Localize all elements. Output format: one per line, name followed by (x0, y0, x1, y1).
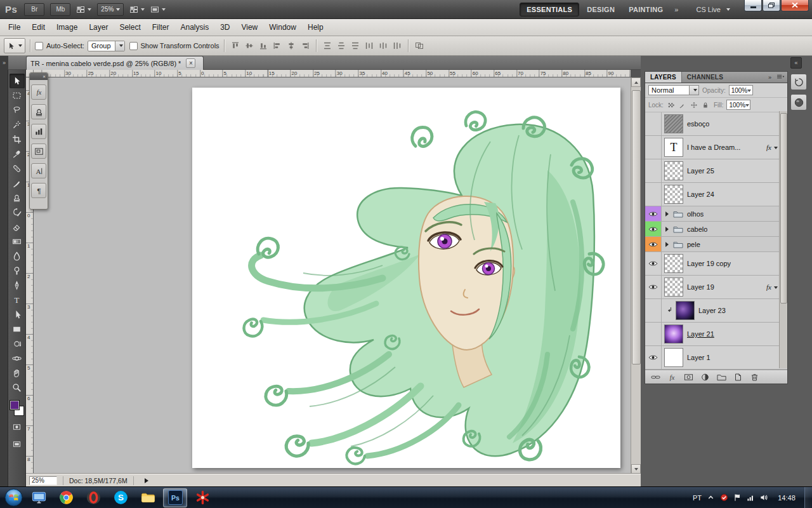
visibility-toggle[interactable] (645, 159, 662, 182)
view-extras-button[interactable] (76, 5, 91, 14)
palette-header[interactable]: × (30, 73, 48, 80)
layer-name[interactable]: Layer 24 (687, 190, 714, 198)
layer-name[interactable]: Layer 19 copy (687, 260, 731, 267)
visibility-toggle[interactable] (645, 237, 662, 251)
align-top-edges-button[interactable] (229, 40, 242, 51)
minimize-button[interactable] (744, 0, 762, 11)
layer-style-button[interactable]: fx (666, 372, 678, 382)
distribute-horizontal-centers-button[interactable] (377, 40, 390, 51)
scrollbar-thumb[interactable] (780, 113, 787, 304)
align-horizontal-centers-button[interactable] (285, 40, 298, 51)
align-left-edges-button[interactable] (271, 40, 284, 51)
menu-file[interactable]: File (3, 20, 26, 35)
zoom-tool[interactable] (10, 380, 25, 395)
network-tray-icon[interactable] (746, 493, 756, 502)
foreground-color-swatch[interactable] (10, 400, 20, 410)
layer-name[interactable]: olhos (687, 210, 704, 218)
layer-row[interactable]: esboço (645, 112, 787, 136)
workspace-overflow-button[interactable]: » (671, 6, 682, 13)
distribute-left-edges-button[interactable] (363, 40, 376, 51)
media-app-button[interactable] (190, 488, 214, 507)
align-bottom-edges-button[interactable] (257, 40, 270, 51)
layer-name[interactable]: esboço (687, 120, 709, 128)
horizontal-ruler[interactable]: 3025201510505101520253035404550556065707… (34, 70, 631, 77)
clone-stamp-tool[interactable] (10, 190, 25, 205)
spot-healing-brush-tool[interactable] (10, 161, 25, 176)
menu-3d[interactable]: 3D (214, 20, 235, 35)
align-vertical-centers-button[interactable] (243, 40, 256, 51)
language-indicator[interactable]: PT (693, 494, 702, 502)
status-zoom-field[interactable]: 25% (29, 476, 57, 485)
workspace-design[interactable]: DESIGN (580, 3, 621, 16)
workspace-painting[interactable]: PAINTING (622, 3, 669, 16)
delete-layer-button[interactable] (749, 372, 760, 382)
screen-mode-button[interactable] (150, 5, 166, 14)
layer-row[interactable]: Layer 24 (645, 183, 787, 206)
hidden-icons-button[interactable] (706, 493, 716, 502)
close-tab-button[interactable]: × (186, 58, 195, 68)
mini-bridge-button[interactable]: Mb (50, 3, 70, 16)
layer-row[interactable]: Layer 25 (645, 159, 787, 183)
move-tool[interactable] (10, 74, 25, 88)
layer-name[interactable]: Layer 21 (687, 330, 714, 338)
character-panel-button[interactable]: A (31, 163, 46, 178)
layer-thumbnail[interactable]: T (664, 138, 683, 157)
chrome-button[interactable] (54, 488, 78, 507)
tab-channels[interactable]: CHANNELS (682, 72, 728, 83)
taskbar-clock[interactable]: 14:48 (773, 494, 800, 502)
visibility-toggle[interactable] (645, 136, 662, 159)
layer-style-badge[interactable]: fx (766, 144, 771, 151)
disclosure-triangle-icon[interactable] (665, 242, 671, 247)
crop-tool[interactable] (10, 132, 25, 147)
quick-mask-button[interactable] (10, 420, 25, 433)
scroll-up-button[interactable] (631, 77, 641, 87)
lock-transparent-pixels-button[interactable] (667, 100, 676, 110)
visibility-toggle[interactable] (645, 222, 662, 236)
layer-style-expand-icon[interactable] (774, 286, 778, 291)
document-tab[interactable]: TR - menina cabelo verde.psd @ 25% (RGB/… (26, 56, 204, 70)
visibility-toggle[interactable] (645, 276, 662, 298)
layer-thumbnail[interactable] (664, 254, 683, 273)
eyedropper-tool[interactable] (10, 147, 25, 161)
visibility-toggle[interactable] (645, 299, 662, 322)
scroll-down-button[interactable] (631, 464, 641, 474)
lock-all-button[interactable] (701, 100, 710, 110)
layer-thumbnail[interactable] (664, 324, 683, 344)
type-tool[interactable]: T (10, 293, 25, 307)
blend-mode-dropdown[interactable]: Normal (648, 85, 699, 95)
zoom-level-control[interactable]: 25% (97, 3, 124, 16)
visibility-toggle[interactable] (645, 206, 662, 221)
show-desktop-button[interactable] (804, 487, 812, 508)
menu-view[interactable]: View (235, 20, 263, 35)
link-layers-button[interactable] (650, 372, 661, 382)
auto-select-scope-dropdown[interactable]: Group (88, 41, 125, 51)
visibility-toggle[interactable] (645, 323, 662, 345)
menu-window[interactable]: Window (263, 20, 302, 35)
menu-layer[interactable]: Layer (83, 20, 114, 35)
layer-name[interactable]: Layer 25 (687, 167, 714, 175)
new-layer-button[interactable] (732, 372, 743, 382)
blur-tool[interactable] (10, 249, 25, 264)
explorer-button[interactable] (136, 488, 160, 507)
layer-name[interactable]: I have a Dream... (687, 144, 740, 151)
left-dock-expand-button[interactable]: » (0, 56, 8, 70)
menu-analysis[interactable]: Analysis (174, 20, 214, 35)
hand-tool[interactable] (10, 366, 25, 380)
screen-mode-toggle-button[interactable] (10, 438, 25, 450)
layer-thumbnail[interactable] (664, 277, 683, 297)
show-transform-controls-checkbox[interactable] (129, 42, 138, 50)
menu-image[interactable]: Image (51, 20, 83, 35)
layer-row[interactable]: Layer 23 (645, 299, 787, 323)
new-adjustment-layer-button[interactable] (699, 372, 710, 382)
brush-tool[interactable] (10, 176, 25, 190)
clone-source-panel-button[interactable] (31, 104, 46, 119)
layer-name[interactable]: Layer 23 (698, 307, 726, 314)
opera-button[interactable] (81, 488, 105, 507)
eraser-tool[interactable] (10, 220, 25, 234)
auto-select-checkbox[interactable] (35, 42, 43, 50)
visibility-toggle[interactable] (645, 112, 662, 135)
3d-object-rotate-tool[interactable] (10, 337, 25, 351)
visibility-toggle[interactable] (645, 252, 662, 275)
layer-row[interactable]: cabelo (645, 222, 787, 237)
menu-select[interactable]: Select (114, 20, 146, 35)
